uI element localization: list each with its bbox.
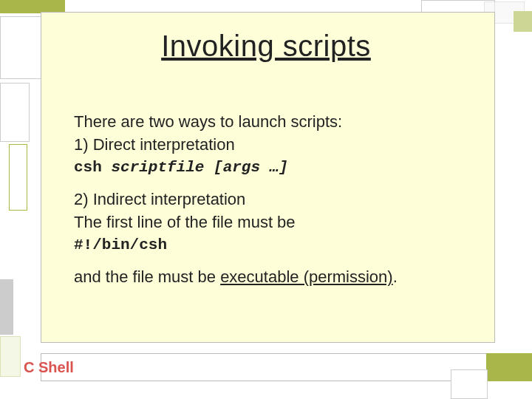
cmd-scriptfile: scriptfile [111, 159, 204, 176]
method2-description: The first line of the file must be [74, 211, 488, 234]
method2-command: #!/bin/csh [74, 234, 488, 256]
deco-left-2 [0, 83, 30, 142]
footer-olive [486, 353, 532, 381]
deco-left-3 [0, 279, 13, 335]
footer-gray-box [451, 369, 488, 399]
cmd-args: [args …] [214, 159, 288, 176]
method1-command: csh scriptfile [args …] [74, 157, 488, 178]
slide-body: There are two ways to launch scripts: 1)… [74, 111, 488, 289]
note-prefix: and the file must be [74, 267, 220, 286]
deco-top-right-olive [514, 11, 532, 32]
method2-label: 2) Indirect interpretation [74, 188, 488, 211]
note-suffix: . [393, 267, 398, 286]
method1-label: 1) Direct interpretation [74, 134, 488, 157]
deco-left-olive [9, 144, 27, 211]
cmd-csh: csh [74, 159, 102, 176]
method2-note: and the file must be executable (permiss… [74, 266, 488, 289]
intro-text: There are two ways to launch scripts: [74, 111, 488, 134]
slide-title: Invoking scripts [0, 30, 532, 63]
footer-bar [41, 353, 487, 381]
deco-left-green [0, 336, 21, 377]
footer-label: C Shell [24, 359, 74, 376]
note-underline: executable (permission) [220, 267, 393, 286]
